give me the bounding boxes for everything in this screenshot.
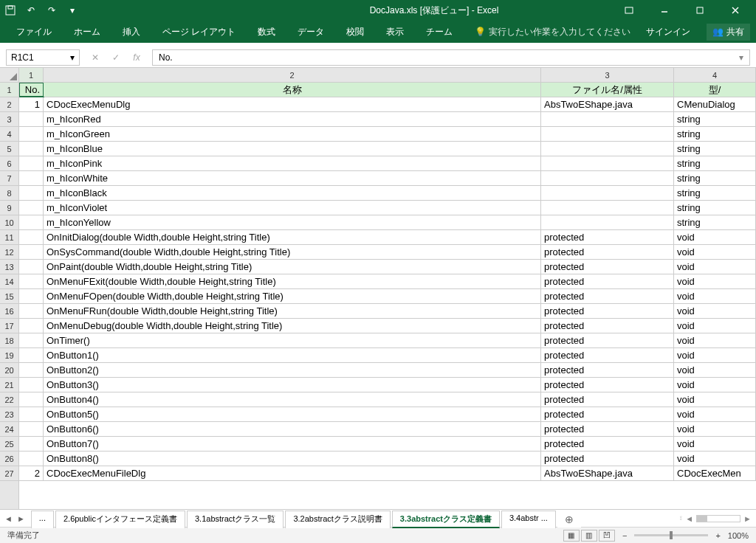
tellme-box[interactable]: 💡 実行したい作業を入力してください — [475, 26, 630, 38]
cell[interactable] — [541, 156, 674, 170]
row-header[interactable]: 18 — [0, 333, 18, 348]
cell[interactable] — [541, 127, 674, 141]
cell[interactable] — [19, 333, 44, 347]
ribbon-tab[interactable]: 数式 — [247, 23, 286, 41]
zoom-slider[interactable] — [634, 534, 708, 536]
row-header[interactable]: 9 — [0, 201, 18, 215]
qat-customize-icon[interactable]: ▾ — [66, 4, 78, 16]
cell[interactable]: OnInitDialog(double Width,double Height,… — [44, 230, 541, 244]
close-button[interactable] — [719, 2, 752, 18]
cell[interactable]: OnMenuDebug(double Width,double Height,s… — [44, 319, 541, 333]
page-layout-view-icon[interactable]: ▥ — [581, 530, 597, 542]
column-header[interactable]: 3 — [541, 68, 674, 83]
cell[interactable]: protected — [541, 452, 674, 466]
cell[interactable]: string — [674, 215, 756, 229]
cell[interactable] — [19, 127, 44, 141]
sheet-tab[interactable]: 3.4abstr ... — [501, 511, 556, 528]
cell[interactable]: void — [674, 422, 756, 436]
cell[interactable]: void — [674, 274, 756, 288]
cell[interactable] — [19, 363, 44, 377]
row-header[interactable]: 23 — [0, 407, 18, 422]
cell[interactable]: ファイル名/属性 — [541, 83, 674, 97]
sheet-scroll-left-arrow-icon[interactable]: ◄ — [685, 514, 693, 523]
cell[interactable]: m_hIconYellow — [44, 215, 541, 229]
sheet-nav-next-icon[interactable]: ► — [17, 514, 25, 523]
sheet-scroll-left-icon[interactable]: ⦂ — [680, 513, 682, 523]
cells-area[interactable]: No. 名称 ファイル名/属性 型/ 1CDocExecMenuDlgAbsTw… — [19, 83, 756, 509]
row-header[interactable]: 13 — [0, 260, 18, 274]
ribbon-tab[interactable]: 校閲 — [336, 23, 374, 41]
chevron-down-icon[interactable]: ▾ — [70, 52, 75, 63]
cell[interactable]: CDocExecMenuFileDlg — [44, 466, 541, 480]
cell[interactable]: OnButton5() — [44, 407, 541, 421]
row-header[interactable]: 2 — [0, 97, 18, 112]
row-header[interactable]: 10 — [0, 215, 18, 230]
cell[interactable] — [541, 142, 674, 156]
cell[interactable]: CDocExecMenuDlg — [44, 97, 541, 111]
column-header[interactable]: 2 — [44, 68, 541, 83]
cell[interactable]: void — [674, 289, 756, 303]
cell[interactable]: OnButton2() — [44, 363, 541, 377]
row-header[interactable]: 7 — [0, 171, 18, 186]
cell[interactable] — [19, 348, 44, 362]
cell[interactable] — [541, 112, 674, 126]
cell[interactable]: string — [674, 156, 756, 170]
cell[interactable]: OnTimer() — [44, 333, 541, 347]
select-all-corner[interactable] — [0, 68, 18, 83]
cell[interactable]: OnPaint(double Width,double Height,strin… — [44, 260, 541, 274]
cell[interactable]: 2 — [19, 466, 44, 480]
cell[interactable]: m_hIconGreen — [44, 127, 541, 141]
cell[interactable]: 名称 — [44, 83, 541, 97]
zoom-out-button[interactable]: − — [622, 531, 627, 540]
cell[interactable] — [541, 171, 674, 185]
cell[interactable]: protected — [541, 260, 674, 274]
sheet-tab[interactable]: 3.1abstractクラス一覧 — [187, 511, 284, 528]
cell[interactable]: OnButton8() — [44, 452, 541, 466]
zoom-in-button[interactable]: + — [715, 531, 720, 540]
row-header[interactable]: 17 — [0, 319, 18, 333]
sheet-scroll-right-arrow-icon[interactable]: ► — [743, 514, 752, 523]
ribbon-display-icon[interactable] — [613, 2, 645, 18]
ribbon-tab[interactable]: ホーム — [63, 23, 111, 41]
cell[interactable]: void — [674, 407, 756, 421]
row-header[interactable]: 27 — [0, 466, 18, 481]
cell[interactable] — [19, 142, 44, 156]
cell[interactable]: AbsTwoEShape.java — [541, 97, 674, 111]
formula-expand-icon[interactable]: ▾ — [739, 52, 743, 63]
cell[interactable]: OnMenuFOpen(double Width,double Height,s… — [44, 289, 541, 303]
share-button[interactable]: 👥 共有 — [707, 24, 750, 41]
cell[interactable]: void — [674, 452, 756, 466]
row-header[interactable]: 21 — [0, 378, 18, 392]
row-header[interactable]: 12 — [0, 245, 18, 260]
cell[interactable] — [19, 260, 44, 274]
cell[interactable]: string — [674, 112, 756, 126]
cell[interactable]: string — [674, 186, 756, 200]
row-header[interactable]: 15 — [0, 289, 18, 304]
sheet-tab[interactable]: 3.2abstractクラス説明書 — [285, 511, 390, 528]
cell[interactable]: m_hIconRed — [44, 112, 541, 126]
cell[interactable] — [541, 186, 674, 200]
row-header[interactable]: 5 — [0, 142, 18, 156]
cell[interactable]: OnButton3() — [44, 378, 541, 392]
row-header[interactable]: 20 — [0, 363, 18, 378]
cell[interactable] — [541, 201, 674, 215]
cell[interactable]: void — [674, 245, 756, 259]
cell[interactable]: protected — [541, 230, 674, 244]
cell[interactable]: protected — [541, 407, 674, 421]
cell[interactable] — [19, 289, 44, 303]
cell[interactable]: m_hIconWhite — [44, 171, 541, 185]
cell[interactable] — [19, 201, 44, 215]
page-break-view-icon[interactable]: 凹 — [599, 530, 615, 542]
formula-input[interactable]: No. ▾ — [152, 49, 750, 66]
row-header[interactable]: 25 — [0, 437, 18, 452]
row-header[interactable]: 8 — [0, 186, 18, 201]
cell[interactable] — [19, 407, 44, 421]
cell[interactable]: m_hIconBlack — [44, 186, 541, 200]
cell[interactable] — [19, 156, 44, 170]
cell[interactable]: void — [674, 392, 756, 407]
minimize-button[interactable] — [648, 2, 681, 18]
cell[interactable]: void — [674, 260, 756, 274]
sheet-tab[interactable]: 3.3abstractクラス定義書 — [392, 511, 500, 528]
cell[interactable] — [19, 171, 44, 185]
row-header[interactable]: 1 — [0, 83, 18, 97]
